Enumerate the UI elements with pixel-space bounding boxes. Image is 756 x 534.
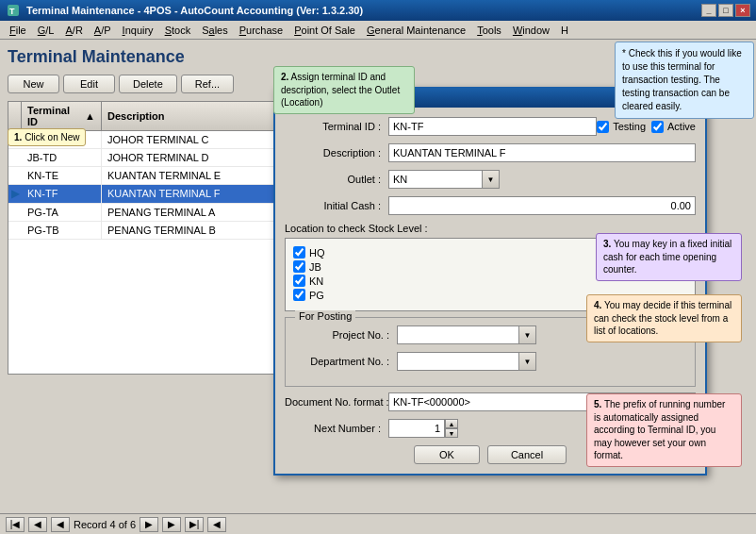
indicator-col xyxy=(8,102,22,130)
testing-checkbox-row: Testing xyxy=(597,121,646,133)
spinner-controls: ▲ ▼ xyxy=(445,419,458,438)
project-no-row: Project No. : ▼ xyxy=(293,325,687,344)
menu-ap[interactable]: A/P xyxy=(89,23,117,38)
tooltip-testing: * Check this if you would like to use th… xyxy=(615,42,754,119)
menu-gl[interactable]: G/L xyxy=(32,23,60,38)
record-info: Record 4 of 6 xyxy=(74,519,136,530)
dialog-content: Terminal ID : Testing Active Description… xyxy=(275,108,705,474)
nav-extra[interactable]: ◀ xyxy=(207,517,226,532)
status-bar: |◀ ◀ ◀ Record 4 of 6 ▶ ▶ ▶| ◀ xyxy=(0,513,756,534)
tooltip-click-new: 1. Click on New xyxy=(8,128,86,146)
menu-bar: File G/L A/R A/P Inquiry Stock Sales Pur… xyxy=(0,21,756,40)
svg-text:T: T xyxy=(9,7,15,16)
stock-item-jb: JB xyxy=(293,260,687,273)
project-no-input[interactable] xyxy=(397,325,519,344)
menu-ar[interactable]: A/R xyxy=(60,23,89,38)
nav-next[interactable]: ▶ xyxy=(140,517,158,532)
stock-hq-label: HQ xyxy=(309,247,325,259)
terminal-id-label: Terminal ID : xyxy=(285,121,388,132)
department-dropdown-arrow[interactable]: ▼ xyxy=(519,352,536,371)
table-row[interactable]: PG-TB PENANG TERMINAL B xyxy=(8,222,275,240)
spinner-down[interactable]: ▼ xyxy=(445,428,458,438)
outlet-label: Outlet : xyxy=(285,174,388,185)
edit-terminal-dialog: Edit Terminal × Terminal ID : Testing Ac… xyxy=(273,87,707,476)
nav-last[interactable]: ▶| xyxy=(185,517,204,532)
project-dropdown-arrow[interactable]: ▼ xyxy=(519,325,536,344)
stock-pg-label: PG xyxy=(309,290,324,301)
department-no-row: Department No. : ▼ xyxy=(293,352,687,371)
stock-item-kn: KN xyxy=(293,275,687,287)
stock-jb-label: JB xyxy=(309,261,321,273)
minimize-button[interactable]: _ xyxy=(701,4,716,17)
menu-file[interactable]: File xyxy=(4,23,32,38)
active-checkbox[interactable] xyxy=(651,121,664,133)
stock-kn-label: KN xyxy=(309,275,323,287)
active-label: Active xyxy=(667,121,696,132)
refresh-button[interactable]: Ref... xyxy=(181,75,234,93)
ok-button[interactable]: OK xyxy=(414,445,480,464)
stock-jb-checkbox[interactable] xyxy=(293,260,305,273)
doc-format-label: Document No. format : xyxy=(285,396,388,408)
table-row[interactable]: KN-TE KUANTAN TERMINAL E xyxy=(8,167,275,185)
stock-section: HQ JB KN PG xyxy=(285,238,696,311)
window-controls: _ □ × xyxy=(701,4,750,17)
menu-pos[interactable]: Point Of Sale xyxy=(288,23,361,38)
edit-button[interactable]: Edit xyxy=(63,75,115,93)
menu-window[interactable]: Window xyxy=(507,23,555,38)
posting-section: For Posting Project No. : ▼ Department N… xyxy=(285,317,696,387)
description-row: Description : xyxy=(285,143,696,162)
menu-inquiry[interactable]: Inquiry xyxy=(117,23,159,38)
outlet-input[interactable] xyxy=(388,170,483,189)
outlet-row: Outlet : ▼ xyxy=(285,170,696,189)
next-number-input[interactable] xyxy=(388,419,445,438)
new-button[interactable]: New xyxy=(8,75,59,93)
nav-next2[interactable]: ▶ xyxy=(162,517,181,532)
nav-prev[interactable]: ◀ xyxy=(28,517,47,532)
main-area: Terminal Maintenance New Edit Delete Ref… xyxy=(0,40,756,530)
close-button[interactable]: × xyxy=(735,4,750,17)
title-bar: T Terminal Maintenance - 4POS - AutoCoun… xyxy=(0,0,756,21)
col-description: Description xyxy=(102,102,275,130)
next-number-label: Next Number : xyxy=(285,423,388,434)
menu-help[interactable]: H xyxy=(555,23,574,38)
department-no-input[interactable] xyxy=(397,352,519,371)
outlet-dropdown-arrow[interactable]: ▼ xyxy=(483,170,500,189)
stock-item-pg: PG xyxy=(293,289,687,301)
stock-item-hq: HQ xyxy=(293,246,687,259)
terminal-id-input[interactable] xyxy=(388,117,597,136)
delete-button[interactable]: Delete xyxy=(119,75,177,93)
doc-format-row: Document No. format : xyxy=(285,392,696,411)
table-header: Terminal ID ▲ Description xyxy=(8,102,275,131)
table-row[interactable]: JB-TD JOHOR TERMINAL D xyxy=(8,149,275,167)
table-row-active[interactable]: ▶ KN-TF KUANTAN TERMINAL F xyxy=(8,185,275,204)
initial-cash-row: Initial Cash : xyxy=(285,196,696,215)
stock-section-label: Location to check Stock Level : xyxy=(285,223,696,234)
doc-format-input[interactable] xyxy=(388,392,696,411)
posting-legend: For Posting xyxy=(295,310,355,322)
table-row[interactable]: PG-TA PENANG TERMINAL A xyxy=(8,204,275,222)
testing-checkbox[interactable] xyxy=(597,121,609,133)
stock-kn-checkbox[interactable] xyxy=(293,275,305,287)
menu-stock[interactable]: Stock xyxy=(159,23,197,38)
stock-pg-checkbox[interactable] xyxy=(293,289,305,301)
description-input[interactable] xyxy=(388,143,696,162)
testing-label: Testing xyxy=(613,121,646,132)
cancel-button[interactable]: Cancel xyxy=(487,445,567,464)
stock-hq-checkbox[interactable] xyxy=(293,246,305,259)
description-label: Description : xyxy=(285,147,388,159)
menu-purchase[interactable]: Purchase xyxy=(234,23,288,38)
maximize-button[interactable]: □ xyxy=(718,4,733,17)
dialog-buttons: OK Cancel xyxy=(285,445,696,464)
nav-prev2[interactable]: ◀ xyxy=(51,517,70,532)
menu-tools[interactable]: Tools xyxy=(471,23,507,38)
spinner-up[interactable]: ▲ xyxy=(445,419,458,428)
window-title: Terminal Maintenance - 4POS - AutoCount … xyxy=(26,5,363,16)
initial-cash-input[interactable] xyxy=(388,196,696,215)
nav-first[interactable]: |◀ xyxy=(6,517,25,532)
department-no-label: Department No. : xyxy=(293,356,397,367)
menu-sales[interactable]: Sales xyxy=(196,23,234,38)
next-number-spinner: ▲ ▼ xyxy=(388,419,458,438)
next-number-row: Next Number : ▲ ▼ xyxy=(285,419,696,438)
menu-general[interactable]: General Maintenance xyxy=(361,23,471,38)
initial-cash-label: Initial Cash : xyxy=(285,200,388,211)
